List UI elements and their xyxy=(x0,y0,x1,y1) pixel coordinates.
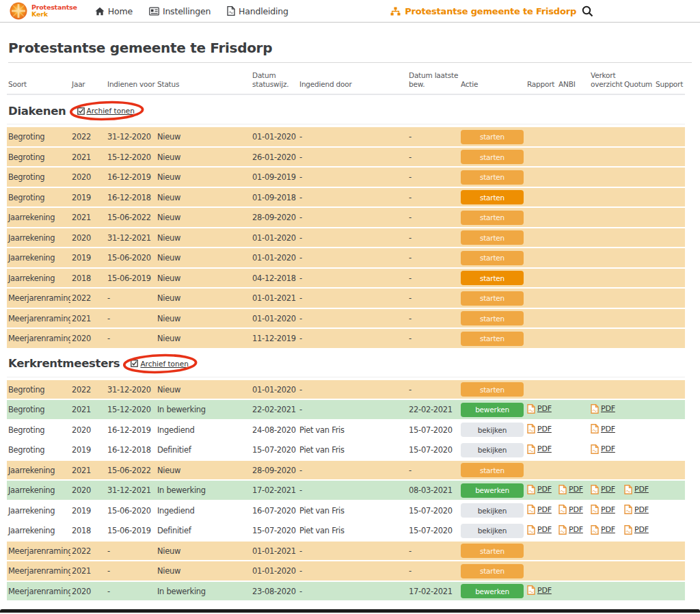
cell-indienen-voor: - xyxy=(106,334,156,343)
cell-soort: Meerjarenraming xyxy=(7,587,70,596)
cell-jaar: 2019 xyxy=(70,253,106,263)
cell-actie: bewerken xyxy=(459,483,526,498)
pdf-file-icon xyxy=(558,485,567,494)
bewerken-button[interactable]: bewerken xyxy=(461,584,524,598)
cell-datum-statuswijz: 16-07-2020 xyxy=(251,506,298,516)
cell-status: Definitief xyxy=(156,526,251,535)
starten-button[interactable]: starten xyxy=(461,463,524,477)
pdf-link[interactable]: PDF xyxy=(527,505,552,514)
pdf-link-label: PDF xyxy=(634,525,649,534)
starten-button[interactable]: starten xyxy=(461,564,524,578)
pdf-link[interactable]: PDF xyxy=(624,485,649,494)
table-row: Meerjarenraming 2020 - In bewerking 23-0… xyxy=(7,582,685,601)
nav-item-handleiding[interactable]: Handleiding xyxy=(227,6,288,16)
cell-datum-laatste-bew: - xyxy=(407,273,459,283)
pdf-link-label: PDF xyxy=(601,525,615,534)
cell-anbi: PDF xyxy=(557,485,589,496)
cell-datum-statuswijz: 01-09-2018 xyxy=(251,193,298,202)
search-icon[interactable] xyxy=(582,5,593,17)
pdf-link[interactable]: PDF xyxy=(527,585,552,595)
pdf-link[interactable]: PDF xyxy=(558,505,583,514)
cell-datum-statuswijz: 28-09-2020 xyxy=(251,213,298,222)
settings-card-icon xyxy=(149,7,159,16)
cell-status: Nieuw xyxy=(156,546,251,556)
bekijken-button[interactable]: bekijken xyxy=(461,524,524,538)
nav-item-home[interactable]: Home xyxy=(95,6,133,16)
cell-ingediend-door: - xyxy=(298,293,407,303)
cell-soort: Jaarrekening xyxy=(7,253,70,263)
bewerken-button[interactable]: bewerken xyxy=(461,483,524,498)
pdf-link-label: PDF xyxy=(537,404,552,413)
cell-ingediend-door: - xyxy=(298,273,407,283)
table-header-row: SoortJaarIndienen voorStatusDatum status… xyxy=(7,71,685,95)
starten-button[interactable]: starten xyxy=(461,130,524,144)
table-row: Jaarrekening 2018 15-06-2019 Definitief … xyxy=(7,521,685,540)
cell-soort: Begroting xyxy=(7,172,70,182)
pdf-link[interactable]: PDF xyxy=(591,505,615,514)
pdf-link[interactable]: PDF xyxy=(591,525,615,535)
cell-status: Definitief xyxy=(156,445,251,455)
pdf-link[interactable]: PDF xyxy=(591,424,615,433)
table-row: Begroting 2019 16-12-2018 Definitief 15-… xyxy=(7,440,685,459)
cell-jaar: 2020 xyxy=(70,587,106,596)
pdf-link[interactable]: PDF xyxy=(624,525,649,535)
cell-datum-statuswijz: 01-01-2020 xyxy=(251,253,298,263)
cell-datum-statuswijz: 17-02-2021 xyxy=(251,485,298,495)
bekijken-button[interactable]: bekijken xyxy=(461,443,524,457)
bekijken-button[interactable]: bekijken xyxy=(461,423,524,437)
pdf-link[interactable]: PDF xyxy=(558,485,583,494)
cell-status: Nieuw xyxy=(156,213,251,222)
pdf-link[interactable]: PDF xyxy=(591,404,615,414)
cell-actie: starten xyxy=(459,291,526,306)
starten-button[interactable]: starten xyxy=(461,251,524,265)
starten-button[interactable]: starten xyxy=(461,544,524,558)
column-header-anbi: ANBI xyxy=(557,80,589,89)
cell-ingediend-door: - xyxy=(298,233,407,243)
pdf-link-label: PDF xyxy=(569,505,583,514)
pdf-link[interactable]: PDF xyxy=(527,485,552,494)
nav-item-instellingen[interactable]: Instellingen xyxy=(149,6,211,16)
pdf-link-label: PDF xyxy=(537,485,552,494)
cell-actie: bewerken xyxy=(459,584,526,598)
pdf-link[interactable]: PDF xyxy=(527,424,552,433)
starten-button[interactable]: starten xyxy=(461,382,524,397)
pdf-file-icon xyxy=(591,424,599,433)
table-row: Begroting 2020 16-12-2019 Nieuw 01-09-20… xyxy=(7,168,685,187)
pdf-link[interactable]: PDF xyxy=(558,525,583,535)
section-title: Kerkrentmeesters xyxy=(8,357,120,370)
bewerken-button[interactable]: bewerken xyxy=(461,403,524,417)
starten-button[interactable]: starten xyxy=(461,190,524,204)
pdf-link-label: PDF xyxy=(537,525,552,534)
cell-datum-statuswijz: 01-01-2021 xyxy=(251,546,298,556)
table-row: Begroting 2019 16-12-2018 Nieuw 01-09-20… xyxy=(7,188,685,207)
bekijken-button[interactable]: bekijken xyxy=(461,503,524,518)
congregation-selector[interactable]: Protestantse gemeente te Frisdorp xyxy=(390,6,576,16)
archive-toggle-link[interactable]: Archief tonen xyxy=(77,107,135,115)
protestantse-kerk-logo[interactable]: Protestantse Kerk xyxy=(10,2,77,20)
pdf-link[interactable]: PDF xyxy=(527,444,552,454)
starten-button[interactable]: starten xyxy=(461,332,524,346)
pdf-link[interactable]: PDF xyxy=(591,485,615,494)
starten-button[interactable]: starten xyxy=(461,211,524,225)
pdf-link[interactable]: PDF xyxy=(527,404,552,414)
starten-button[interactable]: starten xyxy=(461,150,524,164)
starten-button[interactable]: starten xyxy=(461,170,524,185)
cell-indienen-voor: - xyxy=(106,566,156,576)
cell-datum-laatste-bew: - xyxy=(407,385,459,395)
pdf-file-icon xyxy=(591,525,599,535)
cell-datum-statuswijz: 23-08-2020 xyxy=(251,587,298,596)
archive-toggle-link[interactable]: Archief tonen xyxy=(131,360,188,368)
starten-button[interactable]: starten xyxy=(461,271,524,285)
cell-indienen-voor: 15-06-2022 xyxy=(106,466,156,475)
starten-button[interactable]: starten xyxy=(461,230,524,245)
column-header-actie: Actie xyxy=(459,80,526,89)
cell-indienen-voor: 31-12-2020 xyxy=(106,132,156,142)
pdf-link[interactable]: PDF xyxy=(624,505,649,514)
starten-button[interactable]: starten xyxy=(461,291,524,306)
pdf-link-label: PDF xyxy=(537,425,552,433)
pdf-link[interactable]: PDF xyxy=(527,525,552,535)
cell-datum-laatste-bew: 08-03-2021 xyxy=(407,485,459,495)
starten-button[interactable]: starten xyxy=(461,311,524,325)
pdf-link[interactable]: PDF xyxy=(591,444,615,454)
sitemap-icon xyxy=(390,7,401,16)
